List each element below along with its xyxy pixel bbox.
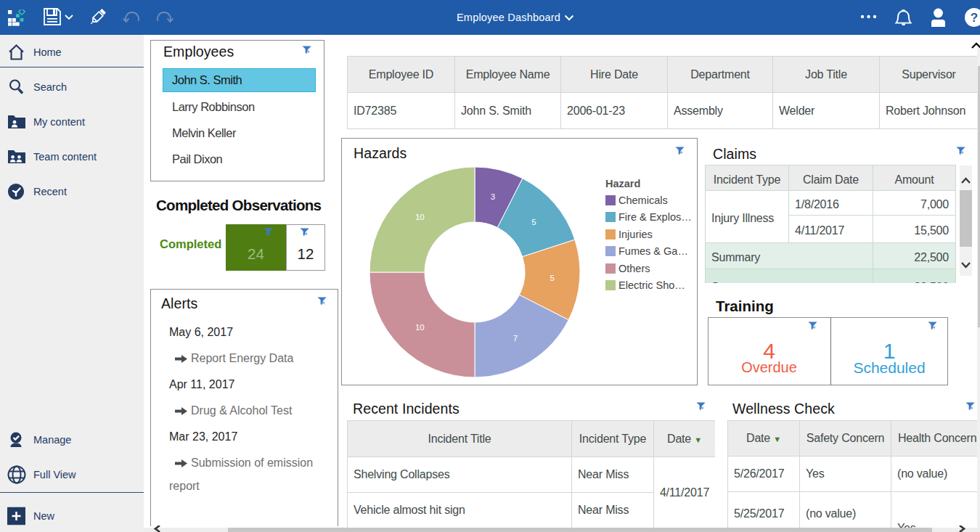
svg-text:?: ? [971,11,978,25]
svg-text:10: 10 [415,213,425,221]
svg-text:7: 7 [513,334,518,343]
svg-text:5: 5 [531,218,536,226]
svg-text:5: 5 [550,274,554,282]
svg-text:10: 10 [415,323,425,332]
svg-text:3: 3 [491,192,495,201]
